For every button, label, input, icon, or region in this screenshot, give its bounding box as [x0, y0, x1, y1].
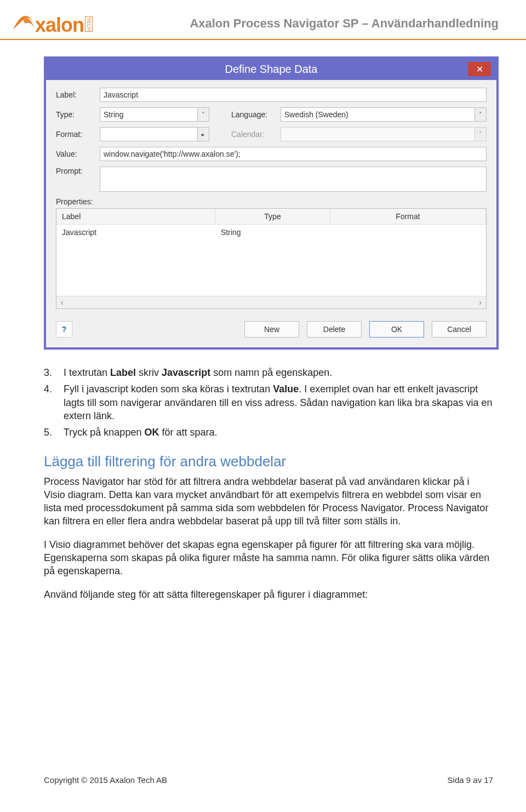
- copyright-text: Copyright © 2015 Axalon Tech AB: [44, 775, 167, 785]
- label-label: Label:: [56, 90, 100, 99]
- close-button[interactable]: ✕: [468, 62, 491, 76]
- delete-button[interactable]: Delete: [307, 321, 362, 338]
- label-format: Format:: [56, 130, 100, 139]
- logo-swoosh-icon: [11, 10, 35, 32]
- grid-body: Javascript String: [56, 225, 486, 296]
- format-combo[interactable]: ▸: [100, 127, 209, 141]
- chevron-down-icon: ˅: [474, 127, 487, 141]
- language-value: Swedish (Sweden): [281, 107, 474, 122]
- label-input[interactable]: Javascript: [100, 88, 487, 102]
- dialog-title-bar: Define Shape Data ✕: [46, 59, 496, 80]
- grid-header-type[interactable]: Type: [215, 209, 330, 224]
- logo-text: xalon: [35, 14, 84, 37]
- close-icon: ✕: [476, 64, 483, 75]
- list-item: 5. Tryck på knappen OK för att spara.: [44, 426, 493, 439]
- type-value: String: [100, 107, 197, 122]
- chevron-down-icon[interactable]: ˅: [197, 107, 209, 122]
- grid-header: Label Type Format: [56, 209, 486, 225]
- cell-format: [330, 225, 486, 240]
- scroll-left-icon[interactable]: ‹: [61, 298, 64, 307]
- list-number: 3.: [44, 366, 64, 379]
- grid-header-format[interactable]: Format: [330, 209, 486, 224]
- play-right-icon[interactable]: ▸: [197, 127, 209, 141]
- question-mark-icon: ?: [62, 325, 67, 334]
- list-item: 4. Fyll i javascript koden som ska köras…: [44, 382, 493, 422]
- list-number: 5.: [44, 426, 64, 439]
- document-content: 3. I textrutan Label skriv Javascript so…: [0, 366, 526, 601]
- calendar-combo: ˅: [281, 127, 487, 141]
- label-properties: Properties:: [56, 197, 487, 206]
- paragraph: Process Navigator har stöd för att filtr…: [44, 475, 493, 528]
- cancel-button[interactable]: Cancel: [432, 321, 487, 338]
- ok-button[interactable]: OK: [369, 321, 424, 338]
- format-value: [100, 127, 197, 141]
- value-input[interactable]: window.navigate('http://www.axalon.se');: [100, 147, 487, 161]
- dialog-button-row: ? New Delete OK Cancel: [56, 321, 487, 338]
- help-icon[interactable]: ?: [56, 321, 72, 338]
- logo-tech-badge: TECH: [85, 16, 93, 32]
- grid-header-label[interactable]: Label: [56, 209, 215, 224]
- list-item: 3. I textrutan Label skriv Javascript so…: [44, 366, 493, 379]
- page-footer: Copyright © 2015 Axalon Tech AB Sida 9 a…: [44, 775, 493, 785]
- chevron-down-icon[interactable]: ˅: [474, 107, 487, 122]
- horizontal-scrollbar[interactable]: ‹ ›: [56, 296, 486, 308]
- prompt-textarea[interactable]: [100, 167, 487, 192]
- cell-type: String: [215, 225, 330, 240]
- scroll-right-icon[interactable]: ›: [479, 298, 482, 307]
- dialog-body: Label: Javascript Type: String ˅ Languag…: [46, 80, 496, 347]
- label-calendar: Calendar:: [231, 130, 281, 139]
- label-type: Type:: [56, 110, 100, 119]
- label-prompt: Prompt:: [56, 167, 100, 175]
- language-combo[interactable]: Swedish (Sweden) ˅: [281, 107, 487, 122]
- label-language: Language:: [231, 110, 281, 119]
- table-row[interactable]: Javascript String: [56, 225, 486, 240]
- paragraph: I Visio diagrammet behöver det skapas eg…: [44, 538, 493, 578]
- type-combo[interactable]: String ˅: [100, 107, 209, 122]
- dialog-title-text: Define Shape Data: [225, 63, 317, 75]
- list-number: 4.: [44, 382, 64, 422]
- calendar-value: [281, 127, 474, 141]
- paragraph: Använd följande steg för att sätta filte…: [44, 588, 493, 601]
- section-title: Lägga till filtrering för andra webbdela…: [44, 452, 493, 471]
- page-header: xalon TECH Axalon Process Navigator SP –…: [0, 0, 526, 40]
- header-title: Axalon Process Navigator SP – Användarha…: [190, 16, 499, 31]
- properties-grid: Label Type Format Javascript String ‹ ›: [56, 208, 487, 309]
- label-value: Value:: [56, 150, 100, 158]
- cell-label: Javascript: [56, 225, 215, 240]
- logo: xalon TECH: [11, 10, 93, 37]
- define-shape-data-dialog: Define Shape Data ✕ Label: Javascript Ty…: [44, 56, 499, 350]
- page-number: Sida 9 av 17: [448, 775, 493, 785]
- new-button[interactable]: New: [244, 321, 299, 338]
